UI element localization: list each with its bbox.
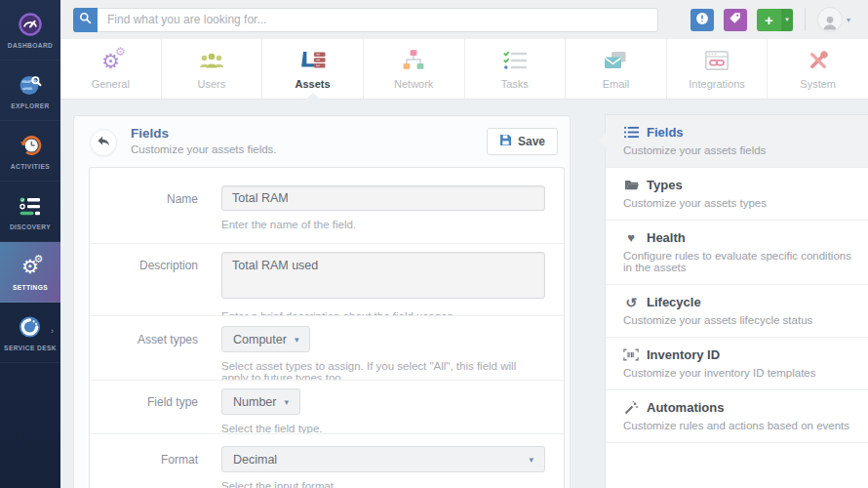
sidebar-item-activities[interactable]: ACTIVITIES [0,121,60,182]
menu-item-label: Automations [647,400,724,415]
menu-item-label: Inventory ID [647,347,720,362]
fields-panel: Fields Customize your assets fields. Sav… [73,115,571,488]
name-field[interactable] [221,185,545,211]
sidebar-item-discovery[interactable]: DISCOVERY [0,182,60,242]
field-type-select[interactable]: Number ▾ [221,388,300,415]
field-label: Description [90,252,221,315]
menu-item-inventory-id[interactable]: Inventory ID Customize your inventory ID… [606,338,868,390]
tab-label: Email [603,78,630,90]
chevron-down-icon: ▾ [781,9,793,31]
tab-label: General [92,78,130,90]
select-value: Decimal [233,453,277,467]
menu-item-desc: Customize your inventory ID templates [623,367,852,379]
tab-label: Integrations [689,78,744,90]
search-button[interactable] [73,8,98,32]
field-help: Select asset types to assign. If you sel… [221,360,540,381]
field-label: Name [90,185,221,243]
tab-network[interactable]: Network [363,39,464,99]
form-row-description: Description Total RAM used Enter a brief… [90,244,564,316]
sidebar-item-label: SETTINGS [13,284,48,291]
sidebar-item-label: DISCOVERY [10,224,51,230]
assets-settings-menu: Fields Customize your assets fields Type… [605,114,868,488]
envelope-icon [602,48,629,73]
tab-email[interactable]: Email [565,39,666,99]
topbar: + ▾ ▾ [60,0,868,39]
discovery-list-icon [19,192,42,220]
format-select[interactable]: Decimal ▾ [221,446,545,472]
info-icon [695,12,709,28]
select-value: Number [233,395,276,409]
main-sidebar: DASHBOARD EXPLORER ACTIVITIES DISCOVERY … [0,0,60,488]
tab-system[interactable]: System [767,39,868,99]
sidebar-item-settings[interactable]: ⚙⚙ SETTINGS [0,242,60,303]
tab-general[interactable]: ⚙⚙ General [60,39,161,99]
save-button[interactable]: Save [487,128,558,155]
panel-header: Fields Customize your assets fields. Sav… [74,116,570,167]
form-row-format: Format Decimal ▾ Select the input format… [90,434,564,488]
info-button[interactable] [690,9,714,31]
menu-item-types[interactable]: Types Customize your assets types [606,168,868,221]
chevron-right-icon: › [51,326,54,336]
tab-label: Tasks [501,78,529,90]
add-button[interactable]: + ▾ [757,9,793,31]
topbar-divider [805,8,806,31]
tab-label: Network [394,78,433,90]
form-row-name: Name Enter the name of the field. [90,168,564,244]
select-value: Computer [233,333,287,346]
fields-form: Name Enter the name of the field. Descri… [89,167,565,488]
field-help: Enter the name of the field. [221,219,545,230]
form-row-asset-types: Asset types Computer ▾ Select asset type… [90,316,564,381]
save-button-label: Save [518,135,545,148]
avatar [817,7,843,32]
search-input[interactable] [98,8,658,32]
gears-icon: ⚙⚙ [21,253,39,280]
gauge-icon [18,11,43,38]
sidebar-item-label: SERVICE DESK [4,345,57,351]
sidebar-item-label: DASHBOARD [8,42,53,49]
chevron-down-icon: ▾ [295,335,299,345]
tools-icon [806,48,831,73]
asset-types-select[interactable]: Computer ▾ [221,326,310,352]
menu-item-desc: Customize your assets fields [623,144,852,156]
back-button[interactable] [90,129,117,156]
tab-label: Assets [296,78,331,90]
search-bar [73,8,658,32]
wand-icon [623,401,639,415]
search-icon [79,12,92,27]
sidebar-item-service-desk[interactable]: › SERVICE DESK [0,303,60,363]
service-desk-icon [18,313,43,341]
globe-search-icon [18,71,43,99]
menu-item-health[interactable]: ♥ Health Configure rules to evaluate spe… [606,221,868,285]
tab-users[interactable]: Users [161,39,262,99]
heart-icon: ♥ [623,231,639,244]
chevron-down-icon: ▾ [529,455,533,465]
sidebar-item-explorer[interactable]: EXPLORER [0,61,60,121]
settings-tabbar: ⚙⚙ General Users Assets Network [60,39,868,100]
chevron-down-icon: ▾ [284,397,289,407]
tab-integrations[interactable]: Integrations [666,39,768,99]
form-row-field-type: Field type Number ▾ Select the field typ… [90,381,564,434]
menu-item-lifecycle[interactable]: ↺ Lifecycle Customize your assets lifecy… [606,285,868,338]
app-window: DASHBOARD EXPLORER ACTIVITIES DISCOVERY … [0,0,868,488]
tab-label: System [800,78,836,90]
tab-label: Users [198,78,226,90]
menu-item-fields[interactable]: Fields Customize your assets fields [606,115,868,168]
description-field[interactable]: Total RAM used [221,252,545,299]
field-help: Select the field type. [221,423,540,434]
content-area: Fields Customize your assets fields. Sav… [60,100,868,488]
tab-tasks[interactable]: Tasks [464,39,566,99]
tag-button[interactable] [724,9,747,31]
menu-item-label: Types [647,178,683,192]
network-tree-icon [400,48,427,73]
menu-item-automations[interactable]: Automations Customize rules and actions … [606,390,868,443]
active-tab-pointer [305,93,321,100]
field-label: Asset types [90,326,221,380]
chevron-down-icon: ▾ [847,16,850,24]
field-label: Field type [90,388,221,433]
sidebar-item-dashboard[interactable]: DASHBOARD [0,0,60,61]
tab-assets[interactable]: Assets [261,39,363,99]
user-menu[interactable]: ▾ [817,7,850,32]
history-clock-icon [18,132,43,159]
menu-item-label: Health [647,230,686,245]
menu-item-label: Fields [647,125,684,140]
